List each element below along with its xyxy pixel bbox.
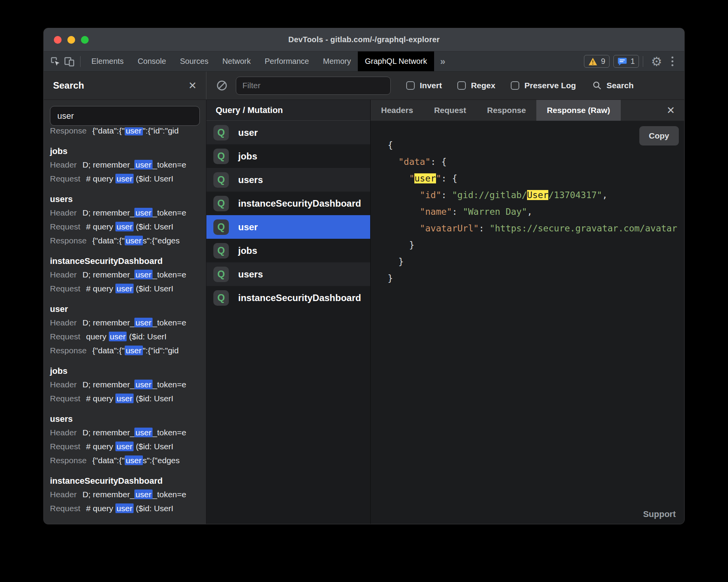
query-row-user[interactable]: Quser	[206, 215, 370, 239]
device-toolbar-icon[interactable]	[62, 55, 76, 68]
json-match-highlight: user	[414, 173, 436, 183]
warnings-badge[interactable]: 9	[584, 55, 610, 68]
match-highlight: user	[134, 270, 153, 279]
result-line[interactable]: Response{"data":{"user":{"id":"gid	[50, 127, 200, 138]
match-highlight: user	[125, 455, 143, 465]
result-line-text: D; remember_	[82, 380, 134, 389]
search-result-group: userHeaderD; remember_user_token=eReques…	[50, 302, 200, 358]
more-tabs-chevron-icon[interactable]: »	[434, 56, 452, 67]
match-highlight: user	[134, 380, 153, 389]
content-area: Response{"data":{"user":{"id":"gidjobsHe…	[44, 100, 684, 524]
result-line[interactable]: Request# query user ($id: UserI	[50, 172, 200, 186]
copy-button[interactable]: Copy	[639, 126, 679, 146]
checkbox-box-icon	[406, 81, 415, 90]
json-token	[388, 157, 398, 167]
support-link[interactable]: Support	[643, 509, 676, 519]
result-line[interactable]: Response{"data":{"users":{"edges	[50, 234, 200, 248]
kebab-menu-icon[interactable]	[666, 56, 679, 66]
search-panel-header: Search ✕	[44, 72, 206, 99]
detail-close-icon[interactable]: ✕	[657, 104, 684, 116]
result-line[interactable]: Request# query user ($id: UserI	[50, 220, 200, 234]
json-token: : {	[441, 173, 458, 183]
query-row-instanceSecurityDashboard[interactable]: QinstanceSecurityDashboard	[206, 192, 370, 215]
checkbox-invert[interactable]: Invert	[406, 81, 442, 90]
result-line[interactable]: HeaderD; remember_user_token=e	[50, 378, 200, 392]
query-row-jobs[interactable]: Qjobs	[206, 239, 370, 262]
search-result-group: usersHeaderD; remember_user_token=eReque…	[50, 412, 200, 467]
query-row-instanceSecurityDashboard[interactable]: QinstanceSecurityDashboard	[206, 286, 370, 310]
checkbox-preserve-log[interactable]: Preserve Log	[511, 81, 576, 90]
titlebar: DevTools - gitlab.com/-/graphql-explorer	[44, 28, 684, 51]
result-line-text: # query	[86, 442, 115, 451]
result-line-text: {"data":{"	[93, 127, 125, 135]
query-row-users[interactable]: Qusers	[206, 168, 370, 192]
result-line-label: Request	[50, 222, 80, 231]
result-line[interactable]: Request# query user ($id: UserI	[50, 282, 200, 296]
minimize-window-button[interactable]	[67, 36, 75, 44]
devtools-tab-memory[interactable]: Memory	[316, 51, 358, 71]
search-result-group: jobsHeaderD; remember_user_token=eReques…	[50, 144, 200, 186]
search-close-icon[interactable]: ✕	[188, 80, 197, 91]
result-line-text: ":{"id":"gid	[143, 346, 179, 355]
detail-tab-headers[interactable]: Headers	[371, 100, 424, 121]
result-line[interactable]: HeaderD; remember_user_token=e	[50, 488, 200, 502]
result-line-label: Request	[50, 284, 80, 293]
search-panel-title: Search	[53, 80, 84, 91]
result-line[interactable]: Response{"data":{"user":{"id":"gid	[50, 344, 200, 358]
result-line-label: Header	[50, 380, 77, 389]
result-line[interactable]: HeaderD; remember_user_token=e	[50, 206, 200, 220]
inspect-element-icon[interactable]	[48, 55, 62, 68]
json-token: :	[479, 223, 489, 233]
result-line-label: Request	[50, 174, 80, 183]
result-line[interactable]: HeaderD; remember_user_token=e	[50, 316, 200, 330]
query-row-user[interactable]: Quser	[206, 121, 370, 144]
devtools-tab-performance[interactable]: Performance	[258, 51, 316, 71]
result-line-text: _token=e	[153, 270, 186, 279]
checkbox-label: Preserve Log	[524, 81, 576, 90]
result-line-label: Request	[50, 394, 80, 403]
detail-tab-response-raw-[interactable]: Response (Raw)	[536, 100, 620, 121]
result-line[interactable]: Request# query user ($id: UserI	[50, 440, 200, 454]
result-line-text: D; remember_	[82, 270, 134, 279]
match-highlight: user	[134, 208, 153, 217]
filter-checkboxes: InvertRegexPreserve Log	[391, 81, 576, 90]
json-line: "user": {	[388, 170, 684, 187]
devtools-tab-sources[interactable]: Sources	[173, 51, 215, 71]
settings-gear-icon[interactable]: ⚙	[647, 55, 666, 68]
message-count: 1	[630, 57, 635, 66]
search-results-panel: Response{"data":{"user":{"id":"gidjobsHe…	[44, 100, 206, 524]
search-input[interactable]	[50, 106, 200, 126]
match-highlight: user	[115, 503, 134, 513]
detail-tab-request[interactable]: Request	[424, 100, 477, 121]
checkbox-regex[interactable]: Regex	[457, 81, 495, 90]
devtools-tab-network[interactable]: Network	[215, 51, 258, 71]
devtools-tab-elements[interactable]: Elements	[84, 51, 130, 71]
result-line[interactable]: Requestquery user ($id: UserI	[50, 330, 200, 344]
zoom-window-button[interactable]	[81, 36, 89, 44]
query-row-users[interactable]: Qusers	[206, 262, 370, 286]
detail-tab-response[interactable]: Response	[477, 100, 536, 121]
window-title: DevTools - gitlab.com/-/graphql-explorer	[288, 35, 440, 44]
actions-separator	[643, 56, 643, 67]
devtools-window: DevTools - gitlab.com/-/graphql-explorer…	[43, 28, 685, 524]
query-row-label: user	[238, 127, 258, 138]
devtools-tab-console[interactable]: Console	[130, 51, 173, 71]
devtools-tab-graphql-network[interactable]: GraphQL Network	[358, 51, 434, 71]
filter-input[interactable]	[236, 77, 391, 95]
query-row-jobs[interactable]: Qjobs	[206, 144, 370, 168]
result-line[interactable]: Response{"data":{"users":{"edges	[50, 454, 200, 467]
result-line[interactable]: Request# query user ($id: UserI	[50, 392, 200, 406]
result-line[interactable]: HeaderD; remember_user_token=e	[50, 268, 200, 282]
toolbar-search[interactable]: Search	[592, 80, 634, 91]
result-line[interactable]: HeaderD; remember_user_token=e	[50, 426, 200, 440]
result-group-title: users	[50, 412, 200, 426]
query-rows: QuserQjobsQusersQinstanceSecurityDashboa…	[206, 121, 370, 310]
result-group-title: instanceSecurityDashboard	[50, 254, 200, 268]
clear-log-icon[interactable]	[216, 79, 228, 92]
match-highlight: user	[115, 394, 134, 403]
result-line[interactable]: HeaderD; remember_user_token=e	[50, 158, 200, 172]
issues-badge[interactable]: 1	[613, 55, 639, 68]
result-line[interactable]: Request# query user ($id: UserI	[50, 502, 200, 515]
result-line-text: _token=e	[153, 380, 186, 389]
close-window-button[interactable]	[54, 36, 62, 44]
